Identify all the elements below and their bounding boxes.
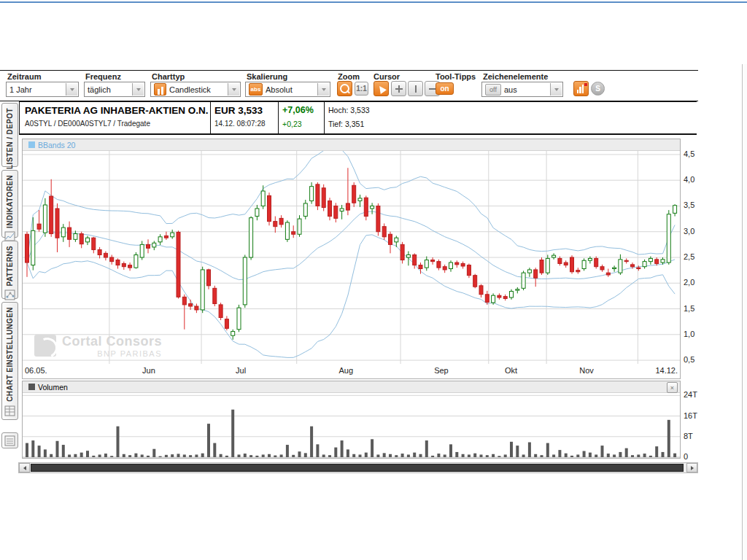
volume-y-tick: 0 <box>684 452 688 461</box>
price-y-tick: 4,0 <box>684 175 694 184</box>
stock-change-abs: +0,23 <box>282 120 302 128</box>
stock-header: PAKETERIA AG INHABER-AKTIEN O.N. A0STYL … <box>19 101 697 135</box>
price-y-tick: 2,0 <box>684 278 694 287</box>
volume-legend-label: Volumen <box>38 383 68 392</box>
dropdown-arrow-icon[interactable] <box>317 83 329 96</box>
stock-low: Tief: 3,351 <box>328 120 364 128</box>
volume-y-tick: 16T <box>684 411 697 420</box>
x-axis-labels: 06.05.JunJulAugSepOktNov14.12. <box>23 365 680 378</box>
price-y-tick: 2,5 <box>684 252 694 261</box>
grid-icon <box>4 435 15 446</box>
charttyp-label: Charttyp <box>152 72 185 81</box>
price-y-tick: 4,5 <box>684 149 694 158</box>
sidebar-tab-label: PATTERNS <box>6 246 14 287</box>
sidebar-tab-label: CHART EINSTELLUNGEN <box>6 307 14 402</box>
zeichenelemente-value: aus <box>504 85 517 94</box>
zeichenelemente-label: Zeichenelemente <box>483 72 548 81</box>
skalierung-value: Absolut <box>266 85 293 94</box>
sidebar-tab-label: LISTEN / DEPOT <box>6 108 14 169</box>
charttyp-select[interactable]: Candlestick <box>150 82 241 97</box>
indicator-bars-button[interactable] <box>573 81 589 96</box>
price-plot[interactable] <box>23 151 680 364</box>
volume-panel: Volumen × <box>22 381 681 459</box>
scrollbar-thumb[interactable] <box>31 464 684 472</box>
sidebar-tab-chart-einstellungen[interactable]: CHART EINSTELLUNGEN <box>1 302 18 420</box>
sidebar-tab-indikatoren[interactable]: INDIKATOREN <box>1 170 18 238</box>
magnifier-icon <box>340 84 349 93</box>
horizontal-line-icon <box>429 88 436 90</box>
chart-settings-icon <box>4 405 15 416</box>
close-volume-icon[interactable]: × <box>667 382 678 393</box>
zoom-reset-button[interactable]: 1:1 <box>355 82 368 96</box>
volume-y-axis: 24T16T8T0 <box>681 381 702 459</box>
scroll-left-button[interactable] <box>19 463 30 472</box>
price-y-tick: 3,5 <box>684 201 694 209</box>
cursor-arrow-icon <box>376 84 387 94</box>
zoom-label: Zoom <box>338 72 360 81</box>
sidebar-bottom-button[interactable] <box>1 432 18 448</box>
left-arrow-icon <box>23 466 26 470</box>
volume-y-tick: 8T <box>684 432 693 440</box>
dropdown-arrow-icon[interactable] <box>132 83 144 96</box>
scroll-right-button[interactable] <box>686 463 697 472</box>
cursor-crosshair-button[interactable] <box>391 81 406 96</box>
header-divider <box>278 102 279 133</box>
tooltips-toggle-button[interactable]: on <box>436 82 454 95</box>
price-legend-bar: BBands 20 <box>23 139 680 151</box>
bbands-legend-square <box>28 141 35 148</box>
price-x-tick: Jul <box>236 366 246 375</box>
volume-legend-bar: Volumen × <box>23 381 680 393</box>
stock-high: Hoch: 3,533 <box>328 106 370 114</box>
stock-datetime: 14.12. 08:07:28 <box>214 120 266 128</box>
zoom-in-button[interactable] <box>337 81 352 96</box>
charttyp-value: Candlestick <box>169 85 211 94</box>
bbands-legend-label: BBands 20 <box>38 141 75 149</box>
frequenz-select[interactable]: täglich <box>84 82 145 97</box>
toolbar-top-border <box>0 70 698 71</box>
price-x-tick: Aug <box>338 366 353 375</box>
patterns-icon <box>4 289 15 300</box>
bar-chart-icon <box>577 85 586 93</box>
price-y-tick: 1,0 <box>684 330 694 338</box>
zeitraum-label: Zeitraum <box>7 72 41 81</box>
sidebar-tab-listen-depot[interactable]: LISTEN / DEPOT <box>1 103 18 167</box>
cursor-arrow-button[interactable] <box>374 81 389 96</box>
price-y-axis: 4,54,03,53,02,52,01,51,00,5 <box>681 139 702 379</box>
dropdown-arrow-icon[interactable] <box>550 83 562 96</box>
price-y-tick: 3,0 <box>684 227 694 236</box>
s-button[interactable]: S <box>591 82 605 96</box>
horizontal-scrollbar[interactable] <box>18 462 698 473</box>
stock-name: PAKETERIA AG INHABER-AKTIEN O.N. <box>25 105 209 116</box>
price-y-tick: 0,5 <box>684 355 694 364</box>
volume-legend-square <box>28 384 35 390</box>
zeitraum-value: 1 Jahr <box>9 85 32 94</box>
zeichenelemente-select[interactable]: off aus <box>481 82 563 97</box>
volume-y-tick: 24T <box>684 390 697 399</box>
price-x-tick: Sep <box>434 366 449 375</box>
skalierung-select[interactable]: abs Absolut <box>245 82 330 97</box>
header-divider <box>324 102 325 133</box>
sidebar-tab-patterns[interactable]: PATTERNS <box>1 241 18 299</box>
stock-change-pct: +7,06% <box>282 105 314 115</box>
volume-plot[interactable] <box>23 393 680 459</box>
frequenz-value: täglich <box>88 85 111 94</box>
price-x-tick: Nov <box>579 366 594 375</box>
dropdown-arrow-icon[interactable] <box>66 83 77 96</box>
cursor-vline-button[interactable] <box>408 81 423 96</box>
top-accent-line <box>0 1 747 3</box>
crosshair-icon <box>395 85 403 93</box>
tooltips-label: Tool-Tipps <box>436 72 476 81</box>
price-x-tick: 06.05. <box>25 366 47 375</box>
candlestick-icon <box>154 83 166 96</box>
price-x-tick: 14.12. <box>655 366 678 375</box>
cursor-label: Cursor <box>374 72 400 81</box>
dropdown-arrow-icon[interactable] <box>228 83 239 96</box>
price-chart-panel: BBands 20 Cortal Consors BNP PARIBAS 06.… <box>22 139 681 379</box>
price-x-tick: Jun <box>142 366 155 375</box>
vertical-line-icon <box>415 85 417 93</box>
zeitraum-select[interactable]: 1 Jahr <box>6 82 79 97</box>
header-divider <box>210 102 211 133</box>
skalierung-label: Skalierung <box>247 72 287 81</box>
price-x-tick: Okt <box>505 366 517 375</box>
stock-price: EUR 3,533 <box>214 105 263 116</box>
